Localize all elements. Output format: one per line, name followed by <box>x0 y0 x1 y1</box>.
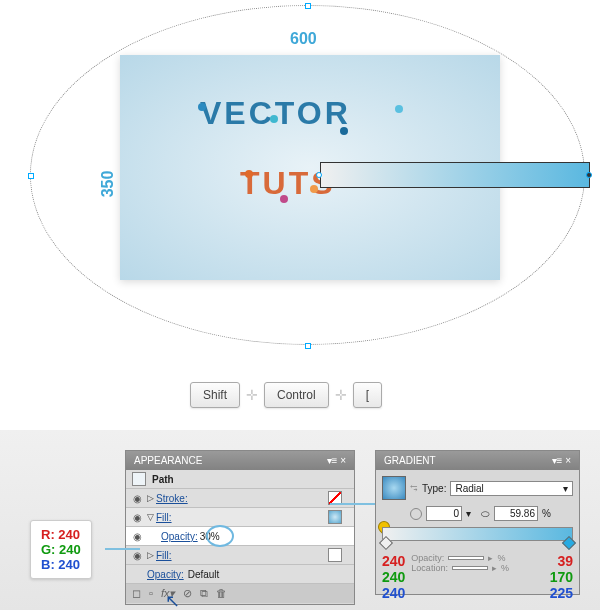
reverse-gradient-icon[interactable]: ⥃ <box>410 483 418 493</box>
delete-icon[interactable]: 🗑 <box>216 587 227 600</box>
stop-opacity-input[interactable] <box>448 556 484 560</box>
particle <box>270 115 278 123</box>
opacity-row-1[interactable]: ◉ Opacity: 30% <box>126 527 354 546</box>
stroke-row[interactable]: ◉ ▷ Stroke: <box>126 489 354 508</box>
fill2-label[interactable]: Fill: <box>156 550 172 561</box>
key-control: Control <box>264 382 329 408</box>
gradient-preview-swatch[interactable] <box>382 476 406 500</box>
panel-menu-icon[interactable]: ▾≡ × <box>327 455 346 466</box>
stroke-label[interactable]: Stroke: <box>156 493 188 504</box>
new-fill-icon[interactable]: ▫ <box>149 587 153 600</box>
particle <box>310 185 318 193</box>
opacity-row-2[interactable]: ◉ Opacity: Default <box>126 565 354 584</box>
dimension-width: 600 <box>290 30 317 48</box>
appearance-footer: ◻ ▫ fx▾ ⊘ ⧉ 🗑 <box>126 584 354 603</box>
fill-row-2[interactable]: ◉ ▷ Fill: <box>126 546 354 565</box>
aspect-icon: ⬭ <box>481 508 490 520</box>
stop-right-r: 39 <box>550 553 573 569</box>
type-label: Type: <box>422 483 446 494</box>
gradient-panel: GRADIENT ▾≡ × ⥃ Type: Radial▾ 0▾ ⬭ 59.86… <box>375 450 580 595</box>
visibility-icon[interactable]: ◉ <box>130 512 144 523</box>
r-value: 240 <box>58 527 80 542</box>
b-value: 240 <box>58 557 80 572</box>
cursor-arrow-icon: ↖ <box>165 590 180 610</box>
gradient-stop-right[interactable] <box>562 536 576 550</box>
expand-icon[interactable]: ▷ <box>147 493 154 503</box>
g-label: G: <box>41 542 55 557</box>
stop-left-g: 240 <box>382 569 405 585</box>
stop-location-input[interactable] <box>452 566 488 570</box>
rgb-callout-fill: R: 240 G: 240 B: 240 <box>30 520 92 579</box>
appearance-panel: APPEARANCE ▾≡ × Path ◉ ▷ Stroke: ◉ ▽ Fil… <box>125 450 355 605</box>
opacity2-value: Default <box>188 569 220 580</box>
angle-input[interactable]: 0 <box>426 506 462 521</box>
anchor-top[interactable] <box>305 3 311 9</box>
stop-right-g: 170 <box>550 569 573 585</box>
stop-right-b: 225 <box>550 585 573 601</box>
fill-row-1[interactable]: ◉ ▽ Fill: <box>126 508 354 527</box>
appearance-object-row[interactable]: Path <box>126 470 354 489</box>
canvas-area: VECTOR TUTS 600 350 <box>0 0 600 430</box>
appearance-title: APPEARANCE <box>134 455 202 466</box>
anchor-bottom[interactable] <box>305 343 311 349</box>
gradient-type-select[interactable]: Radial▾ <box>450 481 573 496</box>
no-selection-icon[interactable]: ◻ <box>132 587 141 600</box>
fill-swatch-gradient[interactable] <box>328 510 342 524</box>
opacity-label[interactable]: Opacity: <box>161 531 198 542</box>
visibility-icon[interactable]: ◉ <box>130 531 144 542</box>
object-thumb <box>132 472 146 486</box>
particle <box>245 170 253 178</box>
visibility-icon[interactable]: ◉ <box>130 493 144 504</box>
gradient-origin-handle[interactable] <box>316 172 322 178</box>
particle <box>395 105 403 113</box>
pct-label: % <box>542 508 551 519</box>
location-field-label: Location: <box>411 563 448 573</box>
key-shift: Shift <box>190 382 240 408</box>
r-label: R: <box>41 527 55 542</box>
opacity-field-label: Opacity: <box>411 553 444 563</box>
gradient-panel-header[interactable]: GRADIENT ▾≡ × <box>376 451 579 470</box>
clear-icon[interactable]: ⊘ <box>183 587 192 600</box>
gradient-annotator[interactable] <box>320 162 590 188</box>
artwork-text-vector: VECTOR <box>200 95 351 132</box>
gradient-slider[interactable] <box>382 527 573 541</box>
keyboard-shortcut-hint: Shift ✛ Control ✛ [ <box>190 382 382 408</box>
fill-label[interactable]: Fill: <box>156 512 172 523</box>
particle <box>340 127 348 135</box>
leader-line <box>330 503 378 505</box>
gradient-end-handle[interactable] <box>586 172 592 178</box>
stop-left-r: 240 <box>382 553 405 569</box>
g-value: 240 <box>59 542 81 557</box>
particle <box>280 195 288 203</box>
callout-circle-opacity <box>206 525 234 547</box>
plus-icon: ✛ <box>246 387 258 403</box>
key-bracket: [ <box>353 382 382 408</box>
dimension-height: 350 <box>99 171 117 198</box>
aspect-input[interactable]: 59.86 <box>494 506 538 521</box>
appearance-panel-header[interactable]: APPEARANCE ▾≡ × <box>126 451 354 470</box>
opacity2-label[interactable]: Opacity: <box>147 569 184 580</box>
panel-menu-icon[interactable]: ▾≡ × <box>552 455 571 466</box>
angle-dial-icon[interactable] <box>410 508 422 520</box>
anchor-left[interactable] <box>28 173 34 179</box>
particle <box>198 103 206 111</box>
stop-left-b: 240 <box>382 585 405 601</box>
visibility-icon[interactable]: ◉ <box>130 550 144 561</box>
expand-icon[interactable]: ▷ <box>147 550 154 560</box>
gradient-title: GRADIENT <box>384 455 436 466</box>
b-label: B: <box>41 557 55 572</box>
duplicate-icon[interactable]: ⧉ <box>200 587 208 600</box>
object-name: Path <box>152 474 174 485</box>
fill-swatch-white[interactable] <box>328 548 342 562</box>
gradient-stop-left[interactable] <box>379 536 393 550</box>
leader-line <box>105 548 140 550</box>
plus-icon: ✛ <box>335 387 347 403</box>
collapse-icon[interactable]: ▽ <box>147 512 154 522</box>
